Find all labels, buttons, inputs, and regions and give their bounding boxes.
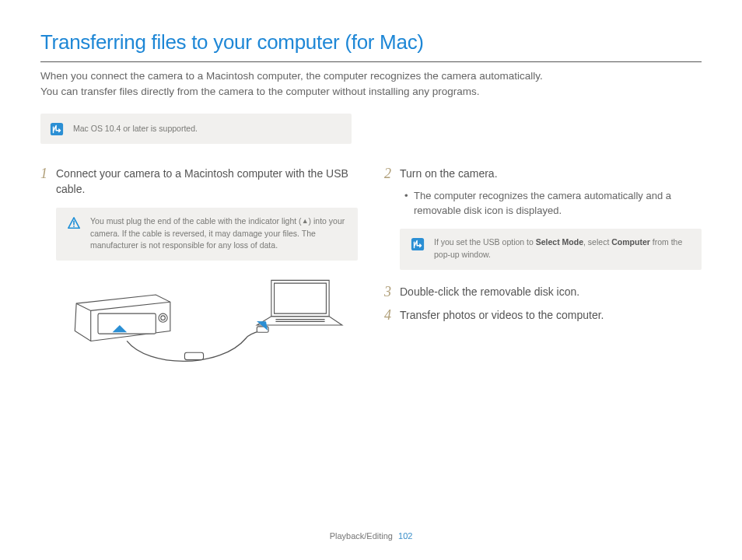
step-4-text: Transfer photos or videos to the compute… bbox=[400, 307, 702, 324]
step-number: 2 bbox=[384, 166, 400, 183]
support-note-text: Mac OS 10.4 or later is supported. bbox=[73, 123, 198, 135]
svg-rect-3 bbox=[98, 313, 156, 334]
warning-text-pre: You must plug the end of the cable with … bbox=[90, 216, 302, 226]
page-title: Transferring files to your computer (for… bbox=[40, 28, 702, 62]
svg-point-5 bbox=[161, 316, 166, 320]
left-column: 1 Connect your camera to a Macintosh com… bbox=[40, 166, 358, 376]
note-icon bbox=[50, 122, 64, 136]
svg-rect-0 bbox=[51, 123, 63, 135]
note-icon bbox=[411, 237, 425, 251]
usb-note-mid: , select bbox=[583, 237, 611, 247]
intro-line-2: You can transfer files directly from the… bbox=[40, 86, 480, 97]
step-2-bullet-1: The computer recognizes the camera autom… bbox=[404, 189, 702, 219]
footer-section: Playback/Editing bbox=[330, 531, 393, 541]
step-number: 4 bbox=[384, 307, 400, 324]
step-4: 4 Transfer photos or videos to the compu… bbox=[384, 307, 702, 324]
step-2: 2 Turn on the camera. bbox=[384, 166, 702, 183]
connection-illustration bbox=[40, 275, 358, 376]
support-note-box: Mac OS 10.4 or later is supported. bbox=[40, 114, 352, 144]
step-number: 1 bbox=[40, 166, 56, 183]
page-footer: Playback/Editing 102 bbox=[0, 530, 742, 543]
warning-icon bbox=[67, 216, 81, 230]
step-2-bullets: The computer recognizes the camera autom… bbox=[404, 189, 702, 219]
usb-note-bold-1: Select Mode bbox=[536, 237, 583, 247]
usb-note-pre: If you set the USB option to bbox=[434, 237, 536, 247]
usb-note-text: If you set the USB option to Select Mode… bbox=[434, 236, 691, 260]
step-3: 3 Double-click the removable disk icon. bbox=[384, 284, 702, 301]
step-3-text: Double-click the removable disk icon. bbox=[400, 284, 702, 300]
footer-page-number: 102 bbox=[398, 531, 412, 541]
step-1: 1 Connect your camera to a Macintosh com… bbox=[40, 166, 358, 197]
usb-note-box: If you set the USB option to Select Mode… bbox=[400, 229, 702, 269]
svg-rect-10 bbox=[411, 238, 424, 250]
step-number: 3 bbox=[384, 284, 400, 301]
svg-point-2 bbox=[73, 226, 75, 228]
warning-box: You must plug the end of the cable with … bbox=[56, 208, 358, 261]
svg-rect-8 bbox=[184, 352, 203, 359]
intro-line-1: When you connect the camera to a Macinto… bbox=[40, 70, 543, 82]
step-2-text: Turn on the camera. bbox=[400, 166, 702, 182]
intro-text: When you connect the camera to a Macinto… bbox=[40, 68, 702, 100]
right-column: 2 Turn on the camera. The computer recog… bbox=[384, 166, 702, 376]
usb-note-bold-2: Computer bbox=[611, 237, 650, 247]
step-1-text: Connect your camera to a Macintosh compu… bbox=[56, 166, 358, 197]
triangle-glyph: ▲ bbox=[302, 217, 309, 225]
warning-text: You must plug the end of the cable with … bbox=[90, 215, 347, 251]
